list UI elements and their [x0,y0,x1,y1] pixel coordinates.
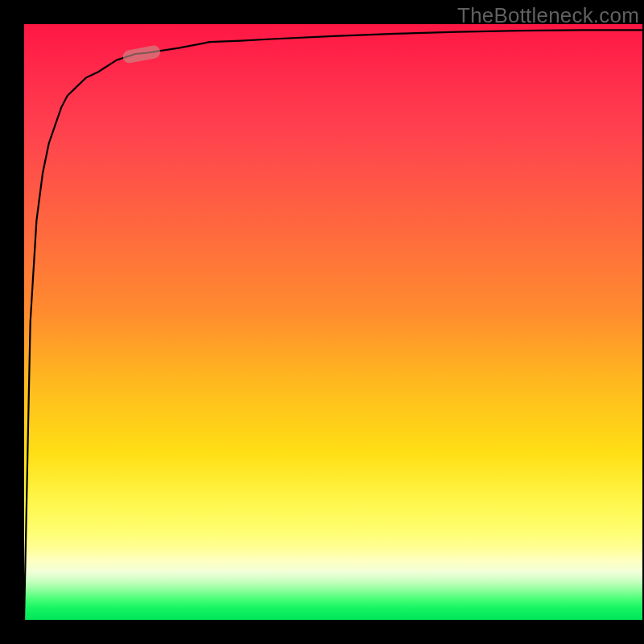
curve-highlight [122,44,161,64]
plot-area [24,24,642,620]
chart-root: TheBottleneck.com [0,0,644,644]
curve-svg [24,24,642,620]
curve-path [24,30,642,620]
